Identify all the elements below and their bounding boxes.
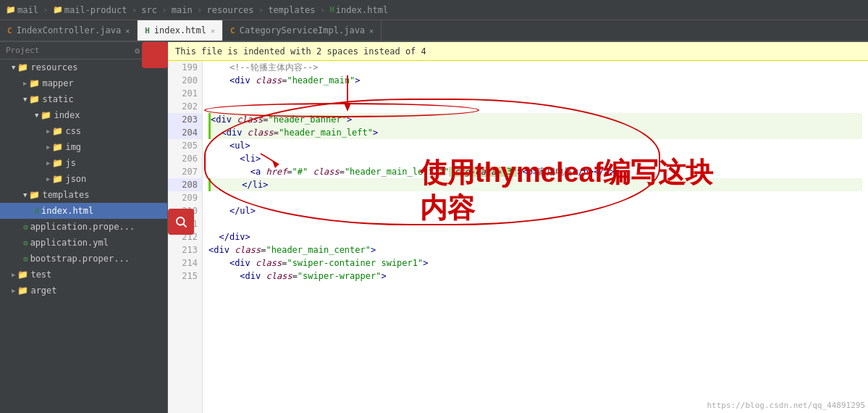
tree-label: json [65, 174, 86, 184]
tree-label: js [65, 158, 75, 168]
tab-bar: C IndexController.java ✕ H index.html ✕ … [0, 20, 868, 42]
breadcrumb-index-html: H index.html [329, 5, 388, 15]
folder-icon: 📁 [52, 142, 63, 152]
line-num-204: 204 [168, 126, 202, 139]
tree-label: templates [42, 190, 89, 200]
sidebar-item-app-yml[interactable]: ⚙ application.yml [0, 235, 167, 251]
breadcrumb-mail-product: 📁 mail-product [53, 5, 127, 15]
tab-index-html[interactable]: H index.html ✕ [138, 20, 223, 41]
svg-line-5 [183, 224, 186, 227]
tree-label: index.html [41, 206, 93, 216]
search-button[interactable] [142, 42, 168, 68]
expand-arrow: ▼ [23, 191, 27, 199]
line-num-215: 215 [168, 270, 202, 283]
props-icon: ⚙ [23, 254, 28, 264]
code-line-212: </div> [208, 230, 862, 243]
breadcrumb-src: src [141, 5, 157, 15]
close-tab-icon[interactable]: ✕ [125, 27, 130, 35]
sidebar-item-target[interactable]: ▶ 📁 arget [0, 283, 167, 299]
gear-icon[interactable]: ⚙ [135, 46, 140, 56]
line-num-199: 199 [168, 61, 202, 74]
tree-label: mapper [42, 78, 73, 88]
warning-bar: This file is indented with 2 spaces inst… [168, 42, 868, 61]
html-icon: H [35, 207, 39, 215]
code-line-213: <div class="header_main_center"> [208, 243, 862, 256]
line-num-202: 202 [168, 100, 202, 113]
content-area: Project ⚙ ≡ ↑↓ ▼ 📁 resources ▶ � [0, 42, 868, 413]
line-num-206: 206 [168, 152, 202, 165]
folder-icon: 📁 [17, 270, 28, 280]
folder-icon: 📁 [52, 158, 63, 168]
sidebar-item-index[interactable]: ▼ 📁 index [0, 107, 167, 123]
code-line-200: <div class="header_main"> [208, 74, 862, 87]
java-icon: C [7, 26, 12, 36]
breadcrumb-mail: 📁 mail [6, 5, 38, 15]
line-numbers: 199 200 201 202 203 204 205 206 207 208 … [168, 61, 203, 413]
code-line-206: <li> [208, 152, 862, 165]
folder-icon: 📁 [29, 190, 40, 200]
html-file-icon: H [329, 5, 334, 14]
sidebar-item-js[interactable]: ▶ 📁 js [0, 155, 167, 171]
folder-icon: 📁 [29, 94, 40, 104]
sidebar-item-index-html[interactable]: H index.html [0, 203, 167, 219]
code-line-211 [208, 217, 862, 230]
breadcrumb-bar: 📁 mail › 📁 mail-product › src › main › r… [0, 0, 868, 20]
main-container: 📁 mail › 📁 mail-product › src › main › r… [0, 0, 868, 413]
expand-arrow: ▶ [46, 143, 50, 151]
line-num-205: 205 [168, 139, 202, 152]
tree-label: bootstrap.proper... [30, 254, 130, 264]
yml-icon: ⚙ [23, 238, 28, 248]
folder-icon: 📁 [53, 5, 63, 14]
tab-category-service[interactable]: C CategoryServiceImpl.java ✕ [223, 20, 382, 41]
props-icon: ⚙ [23, 222, 28, 232]
code-line-210: </ul> [208, 204, 862, 217]
breadcrumb-templates: templates [268, 5, 315, 15]
warning-text: This file is indented with 2 spaces inst… [175, 46, 426, 57]
expand-arrow: ▼ [35, 112, 38, 119]
sidebar-item-templates[interactable]: ▼ 📁 templates [0, 187, 167, 203]
sidebar-item-app-props[interactable]: ⚙ application.prope... [0, 219, 167, 235]
sidebar-item-static[interactable]: ▼ 📁 static [0, 91, 167, 107]
expand-arrow: ▶ [46, 128, 50, 135]
close-tab-icon[interactable]: ✕ [369, 27, 374, 35]
close-tab-icon[interactable]: ✕ [211, 27, 215, 35]
line-num-213: 213 [168, 243, 202, 256]
folder-icon: 📁 [17, 62, 28, 72]
tree-label: resources [30, 62, 77, 72]
line-num-200: 200 [168, 74, 202, 87]
search-icon [174, 215, 187, 228]
folder-icon: 📁 [52, 126, 63, 136]
code-content[interactable]: <!--轮播主体内容--> <div class="header_main"> [203, 61, 868, 413]
html-icon: H [145, 26, 150, 36]
breadcrumb-main: main [172, 5, 193, 15]
java-icon: C [230, 26, 235, 36]
expand-arrow: ▼ [12, 64, 15, 71]
search-overlay-button[interactable] [168, 209, 194, 235]
line-num-214: 214 [168, 256, 202, 270]
editor-area: This file is indented with 2 spaces inst… [168, 42, 868, 413]
tree-label: application.prope... [30, 222, 135, 232]
tree-label: application.yml [30, 238, 109, 248]
folder-icon: 📁 [6, 5, 16, 14]
folder-icon: 📁 [52, 174, 63, 184]
code-line-215: <div class="swiper-wrapper"> [208, 270, 862, 283]
expand-arrow: ▶ [23, 80, 27, 87]
sidebar-item-json[interactable]: ▶ 📁 json [0, 171, 167, 187]
sidebar-item-img[interactable]: ▶ 📁 img [0, 139, 167, 155]
sidebar-item-css[interactable]: ▶ 📁 css [0, 123, 167, 139]
line-num-209: 209 [168, 191, 202, 204]
tab-index-controller[interactable]: C IndexController.java ✕ [0, 20, 138, 41]
sidebar-item-bootstrap-props[interactable]: ⚙ bootstrap.proper... [0, 251, 167, 267]
code-line-199: <!--轮播主体内容--> [208, 61, 862, 74]
sidebar-item-mapper[interactable]: ▶ 📁 mapper [0, 75, 167, 91]
code-line-202 [208, 100, 862, 113]
folder-icon: 📁 [29, 78, 40, 88]
expand-arrow: ▼ [23, 96, 27, 103]
expand-arrow: ▶ [12, 271, 15, 278]
code-editor[interactable]: 199 200 201 202 203 204 205 206 207 208 … [168, 61, 868, 413]
tree-label: css [65, 126, 81, 136]
sidebar-item-test[interactable]: ▶ 📁 test [0, 267, 167, 283]
folder-icon: 📁 [41, 110, 51, 120]
line-num-201: 201 [168, 87, 202, 100]
tree-label: test [30, 270, 51, 280]
